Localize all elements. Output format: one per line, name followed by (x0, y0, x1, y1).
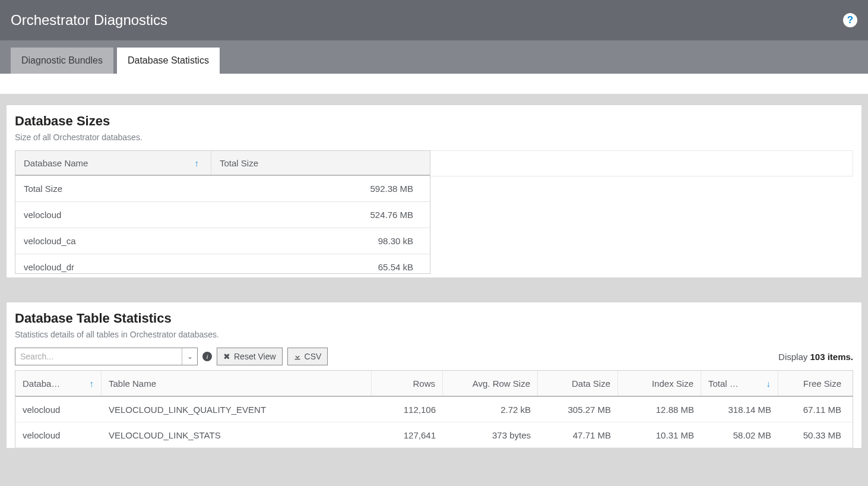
stats-table-header: Databa… ↑ Table Name Rows Avg. Row Size … (15, 371, 853, 397)
help-icon[interactable]: ? (843, 13, 857, 27)
tabs-bar: Diagnostic Bundles Database Statistics (0, 40, 868, 74)
column-database-name[interactable]: Database Name ↑ (15, 151, 211, 175)
cell-rows: 112,106 (372, 405, 443, 415)
cell-avg-row-size: 2.72 kB (443, 405, 538, 415)
table-row: velocloud VELOCLOUD_LINK_STATS 127,641 3… (15, 422, 853, 448)
cell-db: velocloud (15, 430, 102, 440)
cell-rows: 127,641 (372, 430, 443, 440)
cell-db-name: velocloud_ca (24, 236, 211, 246)
column-total-size[interactable]: Total … ↓ (701, 371, 778, 396)
cell-size: 592.38 MB (211, 184, 422, 194)
column-avg-row-size[interactable]: Avg. Row Size (443, 371, 538, 396)
cell-data-size: 47.71 MB (538, 430, 618, 440)
column-label: Databa… (23, 378, 60, 389)
cell-data-size: 305.27 MB (538, 405, 618, 415)
column-label: Total … (708, 378, 739, 389)
chevron-down-icon: ⌄ (187, 352, 193, 361)
column-rows[interactable]: Rows (372, 371, 443, 396)
cell-table-name: VELOCLOUD_LINK_STATS (102, 430, 372, 440)
column-index-size[interactable]: Index Size (618, 371, 701, 396)
tab-database-statistics[interactable]: Database Statistics (117, 48, 220, 74)
table-row: velocloud VELOCLOUD_LINK_QUALITY_EVENT 1… (15, 397, 853, 422)
cell-index-size: 10.31 MB (618, 430, 701, 440)
stats-table: Databa… ↑ Table Name Rows Avg. Row Size … (15, 370, 853, 448)
column-free-size[interactable]: Free Size (778, 371, 848, 396)
page-title: Orchestrator Diagnostics (11, 12, 167, 29)
tab-strip (0, 74, 868, 94)
download-icon (294, 353, 301, 360)
column-table-name[interactable]: Table Name (102, 371, 372, 396)
csv-button[interactable]: CSV (287, 348, 328, 365)
cell-db-name: velocloud (24, 210, 211, 220)
cell-db-name: Total Size (24, 184, 211, 194)
panel-table-statistics: Database Table Statistics Statistics det… (6, 302, 862, 449)
table-row: velocloud_dr 65.54 kB (15, 254, 430, 273)
sizes-subtitle: Size of all Orchestrator databases. (15, 132, 853, 142)
table-row: velocloud_ca 98.30 kB (15, 228, 430, 254)
sizes-table: Database Name ↑ Total Size Total Size 59… (15, 150, 430, 274)
cell-size: 98.30 kB (211, 236, 422, 246)
cell-size: 65.54 kB (211, 262, 422, 272)
column-database[interactable]: Databa… ↑ (15, 371, 102, 396)
cell-free-size: 67.11 MB (778, 405, 848, 415)
sizes-blank-area (430, 150, 853, 176)
search-input[interactable] (15, 348, 182, 365)
tab-diagnostic-bundles[interactable]: Diagnostic Bundles (11, 48, 113, 74)
stats-toolbar: ⌄ i ✖ Reset View CSV Display 103 items. (15, 348, 853, 365)
table-row: velocloud 524.76 MB (15, 202, 430, 228)
search-wrap: ⌄ (15, 348, 198, 365)
sizes-title: Database Sizes (15, 113, 853, 129)
panel-database-sizes: Database Sizes Size of all Orchestrator … (6, 105, 862, 278)
sort-asc-icon: ↑ (195, 158, 199, 168)
stats-table-body[interactable]: velocloud VELOCLOUD_LINK_QUALITY_EVENT 1… (15, 397, 853, 448)
table-row: Total Size 592.38 MB (15, 176, 430, 202)
cell-free-size: 50.33 MB (778, 430, 848, 440)
column-data-size[interactable]: Data Size (538, 371, 618, 396)
search-dropdown-button[interactable]: ⌄ (182, 348, 197, 365)
sort-asc-icon: ↑ (90, 378, 94, 389)
reset-label: Reset View (234, 352, 276, 361)
cell-db-name: velocloud_dr (24, 262, 211, 272)
cell-size: 524.76 MB (211, 210, 422, 220)
display-count-value: 103 items. (810, 352, 853, 362)
cell-avg-row-size: 373 bytes (443, 430, 538, 440)
cell-db: velocloud (15, 405, 102, 415)
sizes-table-body[interactable]: Total Size 592.38 MB velocloud 524.76 MB… (15, 176, 430, 273)
stats-title: Database Table Statistics (15, 311, 853, 326)
cell-index-size: 12.88 MB (618, 405, 701, 415)
reset-view-button[interactable]: ✖ Reset View (217, 348, 283, 365)
column-total-size[interactable]: Total Size (211, 158, 430, 168)
csv-label: CSV (305, 352, 322, 361)
sort-desc-icon: ↓ (766, 378, 771, 389)
cell-total-size: 318.14 MB (701, 405, 778, 415)
page-header: Orchestrator Diagnostics ? (0, 0, 868, 40)
sizes-table-header: Database Name ↑ Total Size (15, 151, 430, 176)
close-icon: ✖ (223, 352, 230, 361)
stats-subtitle: Statistics details of all tables in Orch… (15, 330, 853, 339)
cell-total-size: 58.02 MB (701, 430, 778, 440)
cell-table-name: VELOCLOUD_LINK_QUALITY_EVENT (102, 405, 372, 415)
column-label: Database Name (24, 158, 88, 168)
display-prefix: Display (778, 352, 810, 362)
info-icon[interactable]: i (202, 352, 212, 361)
display-count: Display 103 items. (778, 352, 853, 362)
